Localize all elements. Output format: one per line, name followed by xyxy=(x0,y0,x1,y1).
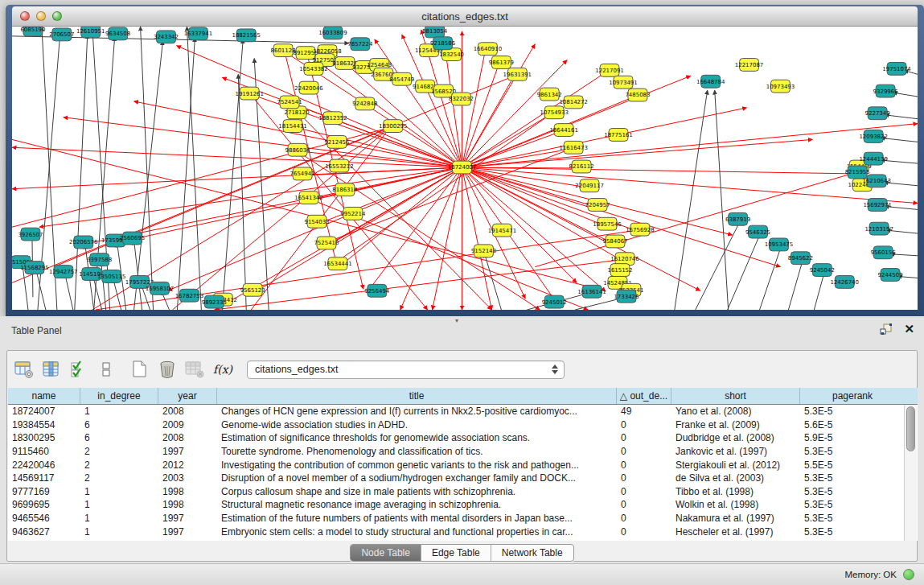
zoom-button[interactable] xyxy=(52,11,62,21)
network-node[interactable]: 19751074 xyxy=(882,62,911,75)
network-node[interactable]: 9242848 xyxy=(352,97,377,110)
table-vertical-scrollbar[interactable] xyxy=(904,405,917,541)
column-visibility-icon[interactable] xyxy=(41,360,62,379)
tab-edge-table[interactable]: Edge Table xyxy=(421,545,491,561)
network-node[interactable]: 1733426 xyxy=(614,290,639,303)
network-node[interactable]: 9244509 xyxy=(878,269,903,282)
minimize-button[interactable] xyxy=(36,11,46,21)
network-node[interactable]: 16136141 xyxy=(577,285,606,298)
float-panel-icon[interactable] xyxy=(880,323,893,336)
network-node[interactable]: 8216112 xyxy=(569,160,594,173)
network-node[interactable]: 7654941 xyxy=(290,167,315,180)
network-node[interactable]: 7525410 xyxy=(314,237,339,249)
table-row[interactable]: 946554611997Estimation of the future num… xyxy=(8,512,918,525)
column-header-pagerank[interactable]: pagerank xyxy=(800,388,905,404)
network-node[interactable]: 16756928 xyxy=(626,223,654,236)
column-header-name[interactable]: name xyxy=(8,388,80,404)
network-node[interactable]: 16640910 xyxy=(474,43,502,56)
network-node[interactable]: 9861342 xyxy=(537,88,562,101)
network-node[interactable]: 9245042 xyxy=(810,264,835,277)
table-row[interactable]: 1456911722003Disruption of a novel membe… xyxy=(8,472,918,485)
table-row[interactable]: 1938455462009Genome-wide association stu… xyxy=(8,418,918,432)
network-node[interactable]: 8322032 xyxy=(449,93,474,105)
network-node[interactable]: 10754933 xyxy=(540,106,568,119)
network-node[interactable]: 9584067 xyxy=(602,235,627,248)
table-options-icon[interactable] xyxy=(14,360,35,379)
network-node[interactable]: 9256494 xyxy=(364,284,390,297)
network-node[interactable]: 2706507 xyxy=(49,28,74,41)
rows-icon[interactable] xyxy=(96,360,117,379)
network-node[interactable]: 9560156 xyxy=(871,246,896,259)
table-row[interactable]: 946362711997Embryonic stem cells: a mode… xyxy=(8,525,918,538)
column-header-out_degree[interactable]: △ out_de... xyxy=(617,388,671,404)
tab-network-table[interactable]: Network Table xyxy=(491,545,573,561)
delete-trash-icon[interactable] xyxy=(157,360,178,379)
network-node[interactable]: 9227349 xyxy=(865,107,890,120)
network-node[interactable]: 9397588 xyxy=(87,253,112,266)
network-node[interactable]: 18957546 xyxy=(593,217,621,230)
network-node[interactable]: 9861379 xyxy=(489,56,514,69)
network-node[interactable]: 12610951 xyxy=(76,27,105,38)
network-node[interactable]: 8186314 xyxy=(332,183,358,196)
table-row[interactable]: 1872400712008Changes of HCN gene express… xyxy=(8,405,918,418)
close-button[interactable] xyxy=(20,11,30,21)
network-node[interactable]: 12093822 xyxy=(859,130,887,143)
row-selection-icon[interactable] xyxy=(68,360,89,379)
network-node[interactable]: 18154431 xyxy=(278,120,306,133)
panel-splitter-handle[interactable]: ▾ xyxy=(455,317,458,324)
network-node[interactable]: 16648784 xyxy=(696,75,725,88)
tab-node-table[interactable]: Node Table xyxy=(351,545,421,561)
network-node[interactable]: 16782753 xyxy=(175,289,203,302)
network-node[interactable]: 3926507 xyxy=(18,228,43,241)
network-node[interactable]: 10973491 xyxy=(609,76,637,89)
table-selector-dropdown[interactable]: citations_edges.txt xyxy=(247,360,565,379)
network-node[interactable]: 9212456 xyxy=(324,135,349,148)
network-node[interactable]: 12426740 xyxy=(831,275,859,288)
network-node[interactable]: 1615152 xyxy=(607,264,632,277)
network-node[interactable]: 18821565 xyxy=(232,29,260,42)
network-node[interactable]: 10973493 xyxy=(766,80,795,93)
network-node[interactable]: 9152143 xyxy=(471,245,496,257)
network-node[interactable]: 12217087 xyxy=(735,59,763,72)
column-header-title[interactable]: title xyxy=(217,388,617,404)
network-node[interactable]: 12217091 xyxy=(595,64,623,76)
network-node[interactable]: 19145471 xyxy=(488,224,516,237)
import-table-icon[interactable] xyxy=(184,360,205,379)
network-node[interactable]: 9245012 xyxy=(542,295,567,308)
column-header-short[interactable]: short xyxy=(671,388,800,404)
network-node[interactable]: 7204957 xyxy=(585,199,610,212)
network-node[interactable]: 15692971 xyxy=(863,199,891,212)
network-node[interactable]: 7857224 xyxy=(347,38,373,51)
table-row[interactable]: 1830029562008Estimation of significance … xyxy=(8,431,918,445)
close-panel-icon[interactable]: ✕ xyxy=(904,323,914,336)
table-row[interactable]: 969969511998Structural magnetic resonanc… xyxy=(8,498,918,512)
table-row[interactable]: 911546021997Tourette syndrome. Phenomeno… xyxy=(8,445,918,459)
network-node[interactable]: 22420046 xyxy=(294,81,322,94)
network-node[interactable]: 16534441 xyxy=(323,257,351,270)
table-row[interactable]: 2242004622012Investigating the contribut… xyxy=(8,458,918,472)
table-row[interactable]: 977716911998Corpus callosum shape and si… xyxy=(8,485,918,499)
network-node[interactable]: 12103197 xyxy=(864,222,893,235)
new-document-icon[interactable] xyxy=(129,360,150,379)
network-node[interactable]: 9634508 xyxy=(105,27,130,40)
column-header-in_degree[interactable]: in_degree xyxy=(80,388,158,404)
column-header-year[interactable]: year xyxy=(158,388,217,404)
network-node[interactable]: 6387919 xyxy=(725,212,750,225)
network-node[interactable]: 22049117 xyxy=(575,179,603,192)
network-node[interactable]: 9329966 xyxy=(873,84,898,97)
memory-status-indicator[interactable] xyxy=(903,569,914,580)
network-node[interactable]: 7485083 xyxy=(625,89,650,101)
network-node[interactable]: 9892335 xyxy=(202,295,227,308)
network-node[interactable]: 8454749 xyxy=(389,72,414,85)
network-node[interactable]: 2560695 xyxy=(120,232,145,245)
network-node[interactable]: 8945622 xyxy=(788,252,813,265)
network-node[interactable]: 18775161 xyxy=(604,129,632,142)
network-node[interactable]: 16033809 xyxy=(318,27,347,39)
network-node[interactable]: 3243342 xyxy=(154,31,179,43)
network-window-titlebar[interactable]: citations_edges.txt xyxy=(12,6,918,27)
network-node[interactable]: 8215955 xyxy=(845,166,870,179)
network-node[interactable]: 9565123 xyxy=(240,283,265,296)
network-node[interactable]: 9546325 xyxy=(745,225,770,238)
network-node[interactable]: 9952214 xyxy=(340,207,366,220)
network-canvas[interactable]: 1872400718300295860112889129551822605891… xyxy=(12,27,918,310)
